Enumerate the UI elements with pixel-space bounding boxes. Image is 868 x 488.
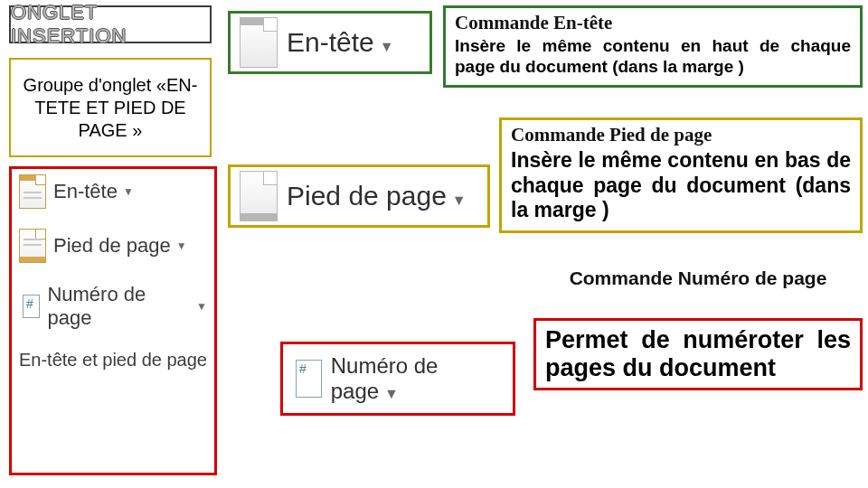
ribbon-item-header[interactable]: En-tête ▼ <box>19 174 207 209</box>
ribbon-item-label: En-tête <box>53 180 118 203</box>
header-icon <box>240 17 278 68</box>
footer-icon <box>19 229 46 263</box>
ribbon-group-title: En-tête et pied de page <box>19 350 207 371</box>
ribbon-item-label: Pied de page <box>53 234 171 258</box>
chevron-down-icon: ▼ <box>384 386 399 401</box>
description-pageno-title: Commande Numéro de page <box>533 267 863 289</box>
description-text: Insère le même contenu en haut de chaque… <box>455 36 851 78</box>
footer-icon <box>240 171 278 221</box>
chevron-down-icon: ▼ <box>176 239 187 252</box>
tab-title-text: ONGLET INSERTION <box>11 1 210 48</box>
description-header: Commande En-tête Insère le même contenu … <box>443 5 863 88</box>
description-footer: Commande Pied de page Insère le même con… <box>499 117 863 233</box>
ribbon-item-page-number[interactable]: Numéro de page ▼ <box>19 283 207 330</box>
description-text: Insère le même contenu en bas de chaque … <box>511 148 851 223</box>
description-title: Commande En-tête <box>455 12 851 34</box>
tab-title: ONGLET INSERTION <box>9 5 212 43</box>
chevron-down-icon: ▼ <box>123 185 134 198</box>
page-number-icon <box>296 360 322 398</box>
group-label-text: Groupe d'onglet «EN-TETE ET PIED DE PAGE… <box>14 74 206 142</box>
button-page-number-large[interactable]: Numéro de page▼ <box>280 342 515 416</box>
ribbon-item-footer[interactable]: Pied de page ▼ <box>19 229 207 263</box>
button-label: Pied de page <box>287 181 447 211</box>
page-number-icon <box>23 295 40 318</box>
chevron-down-icon: ▼ <box>452 192 467 208</box>
button-header-large[interactable]: En-tête▼ <box>228 11 432 74</box>
button-label: En-tête <box>287 27 374 57</box>
group-label: Groupe d'onglet «EN-TETE ET PIED DE PAGE… <box>9 58 212 157</box>
button-footer-large[interactable]: Pied de page▼ <box>228 164 490 228</box>
description-title: Commande Pied de page <box>511 124 851 146</box>
chevron-down-icon: ▼ <box>196 300 207 313</box>
description-pageno: Permet de numéroter les pages du documen… <box>533 318 863 390</box>
description-text: Permet de numéroter les pages du documen… <box>545 326 851 382</box>
ribbon-item-label: Numéro de page <box>47 283 191 330</box>
header-icon <box>19 174 46 209</box>
chevron-down-icon: ▼ <box>380 39 394 54</box>
ribbon-group-header-footer: En-tête ▼ Pied de page ▼ Numéro de page … <box>9 166 217 475</box>
